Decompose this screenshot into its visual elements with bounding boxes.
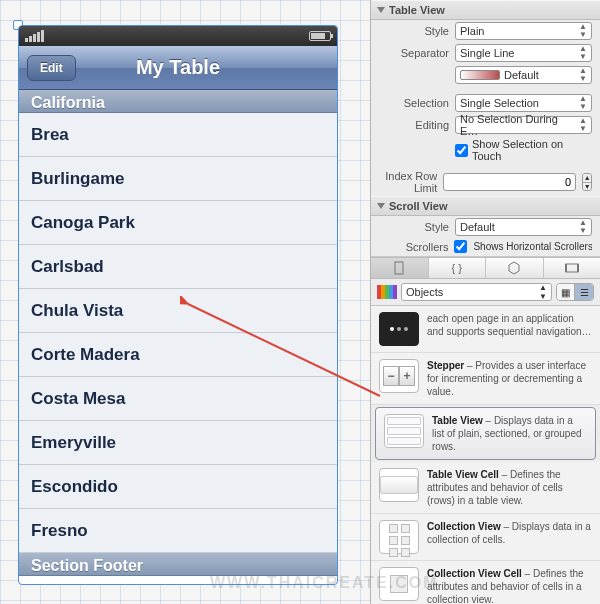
label-index-row-limit: Index Row Limit <box>379 170 437 194</box>
tab-object-icon[interactable] <box>486 258 544 278</box>
collection-view-cell-icon <box>379 567 419 601</box>
table-row[interactable]: Fresno <box>19 509 337 553</box>
select-selection-value: Single Selection <box>460 97 539 109</box>
library-filter-select[interactable]: Objects ▲▼ <box>401 283 552 301</box>
library-item-desc: Table View Cell – Defines the attributes… <box>427 468 592 507</box>
tab-file-template-icon[interactable] <box>371 258 429 278</box>
library-item-table-view[interactable]: Table View – Displays data in a list of … <box>375 407 596 460</box>
stepper-icon: −+ <box>379 359 419 393</box>
stepper-arrows-icon: ▲▼ <box>539 283 547 301</box>
library-view-toggle: ▦ ☰ <box>556 283 594 301</box>
select-style[interactable]: Plain ▲▼ <box>455 22 592 40</box>
page-control-icon <box>379 312 419 346</box>
select-scroll-style[interactable]: Default ▲▼ <box>455 218 592 236</box>
label-scrollers: Scrollers <box>379 241 448 253</box>
select-separator-color-value: Default <box>504 69 539 81</box>
table-row[interactable]: Canoga Park <box>19 201 337 245</box>
label-selection: Selection <box>379 97 449 109</box>
select-editing-value: No Selection During E… <box>460 113 579 137</box>
library-list[interactable]: each open page in an application and sup… <box>371 306 600 604</box>
signal-icon <box>25 30 44 42</box>
select-separator-color[interactable]: Default ▲▼ <box>455 66 592 84</box>
table-row[interactable]: Escondido <box>19 465 337 509</box>
table-view-icon <box>384 414 424 448</box>
select-separator-value: Single Line <box>460 47 514 59</box>
section-header: California <box>19 90 337 113</box>
stepper-up-icon[interactable]: ▲ <box>583 174 591 182</box>
svg-rect-2 <box>565 264 567 272</box>
library-item-desc: Table View – Displays data in a list of … <box>432 414 587 453</box>
library-item-collection-view-cell[interactable]: Collection View Cell – Defines the attri… <box>371 561 600 604</box>
svg-rect-0 <box>395 262 403 274</box>
library-item-desc: Stepper – Provides a user interface for … <box>427 359 592 398</box>
checkbox-show-selection[interactable] <box>455 144 468 157</box>
list-view-icon[interactable]: ☰ <box>575 284 593 300</box>
table-row[interactable]: Burlingame <box>19 157 337 201</box>
table-row[interactable]: Costa Mesa <box>19 377 337 421</box>
section-head-table-view[interactable]: Table View <box>371 0 600 20</box>
status-bar <box>19 26 337 46</box>
tab-code-snippet-icon[interactable]: { } <box>429 258 487 278</box>
input-index-row-limit[interactable] <box>443 173 576 191</box>
label-scroll-style: Style <box>379 221 449 233</box>
checkbox-horizontal-scrollers[interactable] <box>454 240 467 253</box>
table-view-cell-icon <box>379 468 419 502</box>
table-row[interactable]: Carlsbad <box>19 245 337 289</box>
stepper-arrows-icon: ▲▼ <box>579 23 587 39</box>
library-item-stepper[interactable]: −+ Stepper – Provides a user interface f… <box>371 353 600 405</box>
inspector-panel: Table View Style Plain ▲▼ Separator Sing… <box>370 0 600 604</box>
color-swatch-icon <box>460 70 500 80</box>
grid-view-icon[interactable]: ▦ <box>557 284 575 300</box>
library-item-desc: Collection View – Displays data in a col… <box>427 520 592 546</box>
label-horizontal-scrollers: Shows Horizontal Scrollers <box>473 241 592 252</box>
select-style-value: Plain <box>460 25 484 37</box>
select-selection[interactable]: Single Selection ▲▼ <box>455 94 592 112</box>
library-item-page-control[interactable]: each open page in an application and sup… <box>371 306 600 353</box>
library-tabs: { } <box>371 257 600 279</box>
label-editing: Editing <box>379 119 449 131</box>
select-separator[interactable]: Single Line ▲▼ <box>455 44 592 62</box>
label-style: Style <box>379 25 449 37</box>
nav-title: My Table <box>19 56 337 79</box>
collection-view-icon <box>379 520 419 554</box>
stepper-arrows-icon: ▲▼ <box>579 45 587 61</box>
library-filter-value: Objects <box>406 286 443 298</box>
table-row[interactable]: Brea <box>19 113 337 157</box>
section-footer: Section Footer <box>19 553 337 576</box>
stepper-arrows-icon: ▲▼ <box>579 67 587 83</box>
label-separator: Separator <box>379 47 449 59</box>
stepper-down-icon[interactable]: ▼ <box>583 182 591 191</box>
library-item-collection-view[interactable]: Collection View – Displays data in a col… <box>371 514 600 561</box>
select-scroll-style-value: Default <box>460 221 495 233</box>
table-body[interactable]: Brea Burlingame Canoga Park Carlsbad Chu… <box>19 113 337 553</box>
table-row[interactable]: Emeryville <box>19 421 337 465</box>
svg-rect-1 <box>566 264 578 272</box>
library-item-desc: Collection View Cell – Defines the attri… <box>427 567 592 604</box>
tab-media-icon[interactable] <box>544 258 601 278</box>
stepper-arrows-icon: ▲▼ <box>579 219 587 235</box>
label-show-selection: Show Selection on Touch <box>472 138 592 162</box>
stepper-arrows-icon: ▲▼ <box>579 117 587 133</box>
navigation-bar: Edit My Table <box>19 46 337 90</box>
stepper-arrows-icon: ▲▼ <box>579 95 587 111</box>
canvas-area: Edit My Table California Brea Burlingame… <box>0 0 370 604</box>
svg-rect-3 <box>577 264 579 272</box>
section-head-scroll-view[interactable]: Scroll View <box>371 196 600 216</box>
battery-icon <box>309 31 331 41</box>
library-item-table-view-cell[interactable]: Table View Cell – Defines the attributes… <box>371 462 600 514</box>
library-category-icon <box>377 285 397 299</box>
library-filter-bar: Objects ▲▼ ▦ ☰ <box>371 279 600 306</box>
library-item-desc: each open page in an application and sup… <box>427 312 592 338</box>
table-row[interactable]: Chula Vista <box>19 289 337 333</box>
iphone-canvas[interactable]: Edit My Table California Brea Burlingame… <box>18 25 338 585</box>
table-row[interactable]: Corte Madera <box>19 333 337 377</box>
select-editing[interactable]: No Selection During E… ▲▼ <box>455 116 592 134</box>
